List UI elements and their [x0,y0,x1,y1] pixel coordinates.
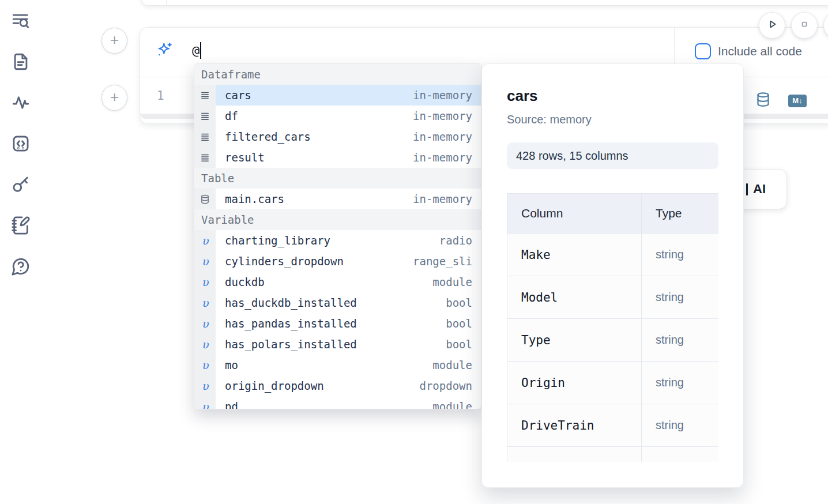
autocomplete-item-duckdb[interactable]: υ duckdb module [194,272,481,292]
autocomplete-section-header: Table [194,168,481,189]
notebook-pen-icon [11,216,31,238]
help-circle-icon [11,257,31,279]
sidebar-item-activity[interactable] [10,93,31,114]
autocomplete-item-has_pandas_installed[interactable]: υ has_pandas_installed bool [194,313,481,334]
previous-cell-remnant [141,0,828,6]
plus-icon: + [110,89,119,104]
run-all-button[interactable] [759,12,785,39]
text-caret [200,42,201,59]
variable-icon: υ [202,296,209,309]
code-icon [11,134,31,156]
ai-button-label: AI [753,182,766,197]
autocomplete-item-main.cars[interactable]: main.cars in-memory [194,189,481,209]
preview-table-row: Make string [507,234,719,276]
variable-icon: υ [202,379,209,392]
preview-title: cars [507,87,718,105]
autocomplete-item-origin_dropdown[interactable]: υ origin_dropdown dropdown [194,375,481,396]
sidebar-item-toc-search[interactable] [10,12,31,32]
prompt-value: @ [192,43,200,58]
ai-prompt-input[interactable]: @ [192,40,201,60]
variable-icon: υ [202,234,209,247]
autocomplete-item-cylinders_dropdown[interactable]: υ cylinders_dropdown range_sli [194,251,481,272]
cell-gutter-divider [166,0,167,5]
preview-table: Column Type Make string Model string Typ… [507,193,718,462]
variable-icon: υ [202,359,209,371]
markdown-icon[interactable]: M↓ [788,95,807,107]
preview-table-row: DriveTrain string [507,404,719,447]
notebook-page: + + @ Include all code 1 [0,0,828,504]
variable-icon: υ [202,338,209,351]
dataframe-preview-card: cars Source: memory 428 rows, 15 columns… [481,63,744,488]
preview-table-row [507,447,719,462]
clipped-glyph [746,183,748,195]
stop-icon [797,17,811,33]
include-all-code-toggle[interactable]: Include all code [695,43,802,59]
autocomplete-item-cars[interactable]: cars in-memory [194,85,481,106]
database-icon[interactable] [755,92,771,110]
preview-table-wrap: Column Type Make string Model string Typ… [507,193,718,462]
preview-col-header: Column [507,194,642,234]
autocomplete-popup: Dataframe cars in-memory df in-memory fi… [194,63,481,409]
autocomplete-item-pd[interactable]: υ pd module [194,396,481,409]
cell-toolbar: M↓ [755,92,807,110]
variable-icon: υ [202,276,209,288]
autocomplete-item-result[interactable]: result in-memory [194,147,481,168]
variable-icon: υ [202,317,209,330]
include-all-code-label: Include all code [718,44,802,58]
autocomplete-section-header: Variable [194,209,481,230]
add-cell-button-bottom[interactable]: + [101,85,127,111]
autocomplete-item-has_polars_installed[interactable]: υ has_polars_installed bool [194,334,481,355]
autocomplete-item-filtered_cars[interactable]: filtered_cars in-memory [194,126,481,147]
autocomplete-item-charting_library[interactable]: υ charting_library radio [194,230,481,251]
preview-shape-badge: 428 rows, 15 columns [507,142,718,169]
line-number: 1 [157,89,164,103]
sidebar [10,12,33,298]
preview-table-row: Origin string [507,362,719,404]
add-cell-button-top[interactable]: + [101,28,127,54]
file-icon [11,52,31,74]
ai-sparkle-icon [156,42,173,58]
database-icon [200,194,210,204]
activity-icon [11,93,31,115]
variable-icon: υ [202,255,209,268]
dataframe-icon [200,132,210,142]
sidebar-item-snippets[interactable] [10,134,31,155]
autocomplete-item-df[interactable]: df in-memory [194,106,481,126]
preview-source: Source: memory [507,113,718,126]
dataframe-icon [200,91,210,100]
autocomplete-item-has_duckdb_installed[interactable]: υ has_duckdb_installed bool [194,292,481,313]
preview-table-row: Model string [507,276,719,319]
autocomplete-item-mo[interactable]: υ mo module [194,355,481,375]
sidebar-item-help[interactable] [10,257,31,278]
preview-table-row: Type string [507,319,719,362]
sidebar-item-files[interactable] [10,52,31,73]
list-search-icon [11,11,31,33]
preview-type-header: Type [642,194,719,234]
variable-icon: υ [202,400,209,409]
plus-icon: + [110,32,119,47]
include-all-code-checkbox[interactable] [695,43,711,59]
dataframe-icon [200,111,210,121]
sidebar-item-scratchpad[interactable] [10,216,31,237]
autocomplete-section-header: Dataframe [194,64,481,85]
stop-button[interactable] [791,12,818,39]
sidebar-item-keys[interactable] [10,175,31,196]
dataframe-icon [200,153,210,163]
play-icon [765,17,779,33]
key-icon [11,175,31,197]
